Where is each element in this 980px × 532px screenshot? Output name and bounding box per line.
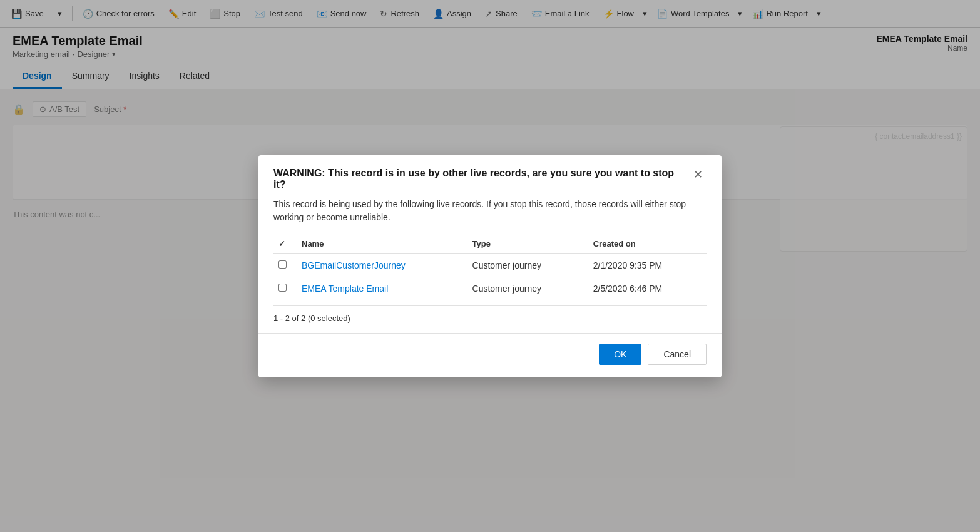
row-type: Customer journey: [465, 253, 586, 277]
col-header-name: Name: [294, 234, 465, 254]
dialog-title: WARNING: This record is in use by other …: [273, 168, 690, 190]
row-name[interactable]: BGEmailCustomerJourney: [294, 253, 465, 277]
cancel-button[interactable]: Cancel: [648, 344, 707, 365]
table-row: EMEA Template Email Customer journey 2/5…: [273, 277, 707, 300]
dialog-header: WARNING: This record is in use by other …: [258, 155, 722, 198]
row-created: 2/1/2020 9:35 PM: [586, 253, 707, 277]
col-header-checkbox: ✓: [273, 234, 294, 254]
dialog-close-button[interactable]: ✕: [690, 168, 707, 182]
col-header-type: Type: [465, 234, 586, 254]
records-table: ✓ Name Type Created on BGEmailCustomerJo…: [273, 234, 707, 300]
warning-dialog: WARNING: This record is in use by other …: [258, 155, 722, 377]
record-count: 1 - 2 of 2 (0 selected): [273, 305, 707, 323]
dialog-body: This record is being used by the followi…: [258, 198, 722, 333]
row-checkbox[interactable]: [273, 277, 294, 300]
col-header-created: Created on: [586, 234, 707, 254]
row-created: 2/5/2020 6:46 PM: [586, 277, 707, 300]
ok-button[interactable]: OK: [599, 344, 641, 365]
dialog-description: This record is being used by the followi…: [273, 198, 707, 224]
row-checkbox[interactable]: [273, 253, 294, 277]
row-type: Customer journey: [465, 277, 586, 300]
modal-overlay: WARNING: This record is in use by other …: [0, 0, 980, 532]
row-name[interactable]: EMEA Template Email: [294, 277, 465, 300]
dialog-footer: OK Cancel: [258, 333, 722, 377]
checkmark-icon: ✓: [278, 239, 285, 248]
table-row: BGEmailCustomerJourney Customer journey …: [273, 253, 707, 277]
